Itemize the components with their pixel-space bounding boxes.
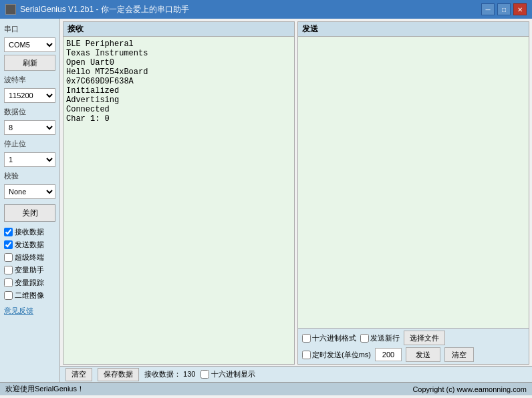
checkbox-var-helper-input[interactable] (4, 266, 13, 274)
receive-textarea[interactable]: BLE Peripheral Texas Instruments Open Ua… (63, 37, 294, 364)
parity-label: 校验 (4, 171, 55, 181)
send-panel: 发送 十六进制格式 发送新行 选择文件 (297, 21, 529, 365)
checkbox-terminal-label: 超级终端 (15, 252, 44, 262)
feedback-link[interactable]: 意见反馈 (4, 306, 55, 316)
send-action-row: 定时发送(单位ms) 200 发送 清空 (302, 347, 525, 362)
status-bar: 欢迎使用SerialGenius！ Copyright (c) www.eamo… (0, 382, 532, 395)
send-textarea[interactable] (298, 37, 529, 328)
welcome-text: 欢迎使用SerialGenius！ (5, 384, 84, 394)
newline-label: 发送新行 (370, 333, 400, 343)
checkbox-2d-image-label: 二维图像 (15, 290, 44, 301)
close-port-button[interactable]: 关闭 (4, 204, 55, 222)
hex-display-row: 十六进制显示 (201, 369, 255, 379)
send-options-row: 十六进制格式 发送新行 选择文件 (302, 331, 525, 345)
title-bar: SerialGenius V1.2b1 - 你一定会爱上的串口助手 ─ □ ✕ (0, 0, 532, 19)
copyright-text: Copyright (c) www.eamonning.com (412, 385, 527, 393)
timed-send-checkbox[interactable] (302, 351, 311, 359)
checkbox-var-helper-label: 变量助手 (15, 265, 44, 275)
newline-checkbox-row: 发送新行 (360, 333, 400, 343)
app-icon (5, 4, 16, 15)
checkbox-send-label: 发送数据 (15, 240, 44, 250)
databits-select[interactable]: 8 (4, 120, 55, 135)
close-button[interactable]: ✕ (513, 3, 527, 15)
checkbox-send-input[interactable] (4, 240, 13, 249)
send-panel-header: 发送 (298, 22, 529, 37)
baud-select[interactable]: 115200 (4, 88, 55, 103)
bottom-toolbar-left: 清空 保存数据 接收数据： 130 十六进制显示 (65, 368, 255, 381)
checkbox-var-trace-input[interactable] (4, 278, 13, 287)
parity-select[interactable]: None (4, 184, 55, 199)
checkbox-receive-label: 接收数据 (15, 227, 44, 237)
checkbox-send: 发送数据 (4, 240, 55, 250)
main-container: 串口 COM5 刷新 波特率 115200 数据位 8 停止位 1 校验 Non… (0, 19, 532, 382)
sidebar: 串口 COM5 刷新 波特率 115200 数据位 8 停止位 1 校验 Non… (0, 19, 60, 382)
checkbox-2d-image: 二维图像 (4, 290, 55, 301)
checkbox-receive: 接收数据 (4, 227, 55, 237)
port-label: 串口 (4, 24, 55, 34)
window-title: SerialGenius V1.2b1 - 你一定会爱上的串口助手 (20, 4, 189, 15)
save-data-button[interactable]: 保存数据 (98, 368, 139, 381)
clear-receive-button[interactable]: 清空 (65, 368, 92, 381)
content-area: 接收 BLE Peripheral Texas Instruments Open… (60, 19, 532, 382)
checkbox-var-trace: 变量跟踪 (4, 278, 55, 288)
checkbox-var-helper: 变量助手 (4, 265, 55, 275)
timed-send-label: 定时发送(单位ms) (312, 350, 371, 360)
timed-send-row: 定时发送(单位ms) (302, 350, 371, 360)
bottom-toolbar: 清空 保存数据 接收数据： 130 十六进制显示 (60, 366, 532, 382)
select-file-button[interactable]: 选择文件 (404, 331, 445, 345)
baud-label: 波特率 (4, 75, 55, 85)
send-bottom-controls: 十六进制格式 发送新行 选择文件 定时发送(单位ms) 200 (298, 328, 529, 364)
minimize-button[interactable]: ─ (481, 3, 495, 15)
stopbits-select[interactable]: 1 (4, 152, 55, 167)
send-clear-button[interactable]: 清空 (444, 347, 474, 362)
hex-mode-checkbox-row: 十六进制格式 (302, 333, 356, 343)
window-controls: ─ □ ✕ (481, 3, 527, 15)
checkbox-2d-image-input[interactable] (4, 291, 13, 300)
hex-mode-checkbox[interactable] (302, 334, 311, 343)
port-select[interactable]: COM5 (4, 37, 55, 52)
receive-panel-header: 接收 (63, 22, 294, 37)
rx-count-label: 接收数据： 130 (144, 369, 195, 379)
hex-mode-label: 十六进制格式 (312, 333, 356, 343)
hex-display-checkbox[interactable] (201, 370, 209, 379)
panels: 接收 BLE Peripheral Texas Instruments Open… (60, 19, 532, 366)
databits-label: 数据位 (4, 107, 55, 117)
newline-checkbox[interactable] (360, 334, 369, 343)
stopbits-label: 停止位 (4, 139, 55, 149)
refresh-button[interactable]: 刷新 (4, 55, 55, 71)
send-button[interactable]: 发送 (406, 347, 440, 362)
checkbox-terminal: 超级终端 (4, 252, 55, 262)
maximize-button[interactable]: □ (497, 3, 511, 15)
checkbox-var-trace-label: 变量跟踪 (15, 278, 44, 288)
timed-value-input[interactable]: 200 (375, 348, 402, 361)
hex-display-label: 十六进制显示 (211, 369, 255, 379)
checkbox-terminal-input[interactable] (4, 253, 13, 262)
checkbox-receive-input[interactable] (4, 228, 13, 236)
receive-panel: 接收 BLE Peripheral Texas Instruments Open… (63, 21, 295, 365)
